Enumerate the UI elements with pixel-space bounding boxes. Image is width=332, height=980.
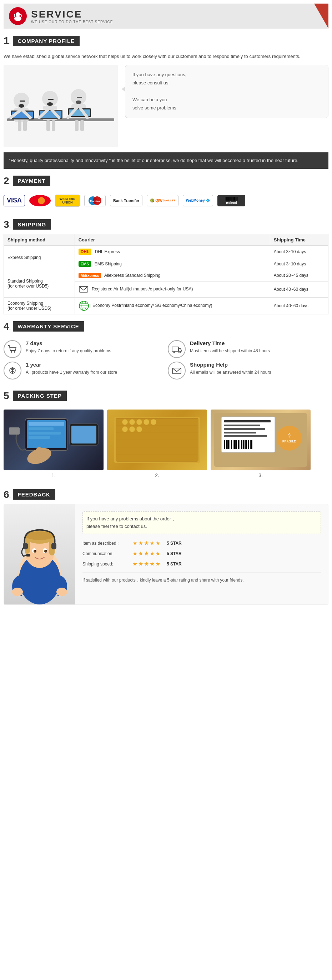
col-method: Shipping method: [4, 234, 75, 245]
boletol-logo: Boletol: [217, 195, 245, 206]
service-title-block: SERVICE WE USE OUR TO DO THE BEST SERVIC…: [31, 9, 113, 24]
warranty-7days-desc: Enjoy 7 days to return if any quality pr…: [26, 348, 111, 354]
svg-rect-51: [232, 197, 232, 200]
customer-service-image: [3, 65, 118, 147]
packing-image-3: :) FRAGILE: [210, 409, 311, 470]
svg-point-143: [46, 550, 47, 551]
speech-line3: We can help you: [133, 95, 321, 104]
svg-rect-42: [227, 197, 228, 200]
table-row: Express Shipping DHL DHL Express About 3…: [4, 245, 329, 258]
star-count-communication: 5 STAR: [167, 551, 182, 556]
svg-rect-52: [233, 197, 233, 200]
wrench-icon: [3, 361, 21, 379]
svg-rect-56: [235, 197, 235, 200]
svg-point-18: [76, 100, 81, 104]
svg-point-98: [151, 419, 157, 425]
warranty-item-help: Shopping Help All emails will be answere…: [168, 361, 329, 379]
warranty-7days-text: 7 days Enjoy 7 days to return if any qua…: [26, 340, 111, 354]
section-feedback-header: 6 . FEEDBACK: [3, 489, 329, 500]
warranty-grid: 7 days Enjoy 7 days to return if any qua…: [0, 336, 332, 384]
feedback-intro: If you have any problems about the order…: [82, 511, 321, 535]
svg-rect-111: [228, 440, 229, 449]
svg-rect-84: [9, 427, 20, 434]
economy-icon: [79, 301, 89, 311]
svg-rect-112: [229, 440, 230, 449]
svg-rect-116: [236, 440, 237, 449]
warranty-help-title: Shopping Help: [190, 361, 271, 368]
packing-image-2: [107, 409, 207, 470]
svg-rect-60: [237, 197, 237, 200]
svg-point-147: [12, 588, 23, 596]
svg-rect-104: [224, 420, 270, 422]
svg-rect-114: [233, 440, 234, 449]
svg-rect-49: [231, 197, 231, 200]
warranty-item-1year: 1 year All products have 1 year warranty…: [3, 361, 164, 379]
packing-step-2: 2.: [107, 409, 207, 478]
method-standard: Standard Shipping(for order over USD5): [4, 270, 75, 297]
svg-rect-110: [226, 440, 227, 449]
packing-image-1: [3, 409, 104, 470]
time-economy: About 40~60 days: [270, 297, 328, 314]
table-row: Economy Shipping(for order under USD5) E…: [4, 297, 329, 314]
feedback-intro-line1: If you have any problems about the order…: [86, 515, 317, 523]
svg-text:FRAGILE: FRAGILE: [282, 439, 296, 443]
svg-rect-57: [236, 197, 236, 200]
stars-item: ★★★★★: [133, 540, 161, 547]
warranty-1year-title: 1 year: [26, 361, 117, 368]
svg-rect-59: [237, 197, 237, 200]
svg-rect-106: [224, 428, 265, 430]
svg-rect-53: [233, 197, 234, 200]
warranty-delivery-desc: Most items will be shipped within 48 hou…: [190, 348, 270, 354]
western-union-logo: WESTERN UNION: [55, 194, 80, 207]
courier-ali: AliExpress Aliexpress Standard Shipping: [74, 270, 270, 281]
svg-rect-113: [231, 440, 232, 449]
webmoney-logo: WebMoney 💠: [183, 195, 213, 206]
svg-point-95: [129, 419, 135, 425]
company-image-row: If you have any questions, please consul…: [0, 65, 332, 151]
speech-line4: solve some problems: [133, 104, 321, 112]
svg-rect-81: [28, 436, 50, 439]
warranty-section-num: 4: [3, 321, 9, 332]
svg-text:Maestro: Maestro: [90, 200, 100, 202]
service-title: SERVICE: [31, 9, 113, 20]
person-illustration: [4, 504, 75, 605]
cs-illustration: [3, 65, 118, 147]
svg-rect-29: [23, 120, 27, 131]
company-quote: "Honesty, quality professionality and In…: [3, 153, 329, 169]
packing-step-1: 1.: [3, 409, 104, 478]
service-icon: [9, 7, 27, 25]
svg-point-70: [173, 351, 175, 353]
rating-row-item: Item as described : ★★★★★ 5 STAR: [82, 540, 321, 547]
svg-rect-146: [26, 554, 30, 557]
packing-step-2-num: 2.: [107, 473, 207, 478]
svg-rect-125: [251, 440, 252, 449]
payment-logos: VISA WESTERN UNION Maestro Bank Transfer…: [0, 190, 332, 212]
company-section-label: COMPANY PROFILE: [13, 36, 80, 46]
svg-point-126: [277, 426, 302, 451]
visa-logo: VISA: [3, 195, 25, 206]
svg-point-96: [136, 419, 142, 425]
section-warranty-header: 4 . WARRANTY SERVICE: [3, 321, 329, 332]
svg-point-137: [25, 531, 54, 540]
section-payment-header: 2 . PAYMENT: [3, 175, 329, 187]
company-section-num: 1: [3, 35, 9, 46]
svg-rect-109: [224, 440, 225, 449]
courier-dhl: DHL DHL Express: [74, 245, 270, 258]
svg-rect-47: [229, 197, 230, 200]
warranty-help-desc: All emails will be answered within 24 ho…: [190, 369, 271, 375]
rating-label-communication: Communication :: [82, 551, 129, 556]
section-packing-header: 5 . PACKING STEP: [3, 390, 329, 402]
payment-section-num: 2: [3, 175, 9, 187]
courier-economy: Economy Post(finland economy/ SG economy…: [74, 297, 270, 314]
svg-rect-33: [80, 120, 84, 131]
payment-section-label: PAYMENT: [13, 176, 51, 186]
qiwi-logo: 🥝 QIWIWALLET: [147, 195, 178, 206]
feedback-section-label: FEEDBACK: [13, 489, 55, 500]
svg-rect-40: [226, 197, 226, 200]
svg-rect-118: [240, 440, 240, 449]
time-ali: About 20~45 days: [270, 270, 328, 281]
airmail-icon: [79, 284, 89, 294]
warranty-section-label: WARRANTY SERVICE: [13, 321, 84, 332]
svg-point-99: [122, 426, 128, 432]
packing-step-3: :) FRAGILE 3.: [210, 409, 311, 478]
